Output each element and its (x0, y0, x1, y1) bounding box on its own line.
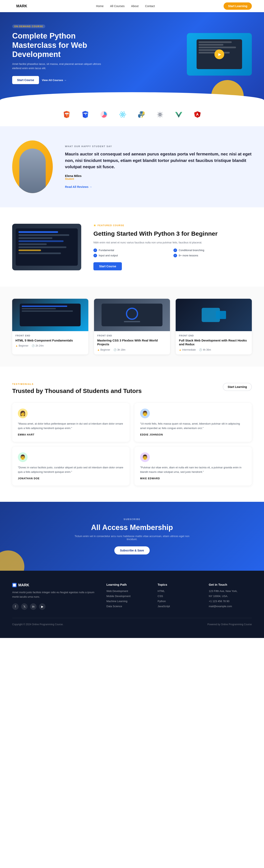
footer-logo: MARK (12, 583, 98, 587)
footer-link-css[interactable]: CSS (158, 595, 201, 598)
testimonials-badge: TESTIMONIALS (12, 383, 142, 385)
nav-all-courses[interactable]: All Courses (110, 4, 125, 8)
testimonials-start-learning-button[interactable]: Start Learning (223, 383, 252, 391)
course-duration-0: 🕐 2h 24m (32, 344, 44, 347)
avatar-mike: 👨 (140, 452, 150, 462)
youtube-icon[interactable]: ▶ (39, 603, 46, 610)
avatar-emma: 👩 (18, 409, 28, 418)
react-icon (118, 110, 127, 119)
footer-description: Amet morbi justo facilisis integer odio … (12, 590, 98, 599)
tg-card-text-0: "Massa amet, at dolor tellus pellentesqu… (18, 422, 124, 430)
footer: MARK Amet morbi justo facilisis integer … (0, 571, 264, 638)
level-icon-2: ▲ (179, 348, 181, 351)
hero-image (187, 33, 252, 75)
course-body-2: FRONT END Full Stack Web Development wit… (176, 331, 252, 354)
feature-input: ✓ Input and output (94, 254, 172, 257)
tg-card-header-0: 👩 (18, 409, 124, 418)
featured-badge: ★ FEATURED COURSE (94, 224, 124, 227)
course-name-2: Full Stack Web Development with React Ho… (179, 338, 248, 346)
angular-icon (193, 110, 202, 119)
level-icon-0: ▲ (16, 344, 18, 347)
hero-description: Amet facilisi phasellus lacus, sit massa… (12, 62, 102, 70)
featured-course-info: ★ FEATURED COURSE Getting Started With P… (94, 223, 252, 270)
hero-view-all-button[interactable]: View All Courses → (42, 79, 67, 82)
nav-contact[interactable]: Contact (145, 4, 155, 8)
footer-contact: Get in Touch 123 Fifth Ave, New York, NY… (209, 583, 252, 610)
footer-link-python[interactable]: Python (158, 600, 201, 603)
course-duration-1: 🕐 3h 18m (113, 348, 126, 351)
testimonials-grid: 👩 "Massa amet, at dolor tellus pellentes… (12, 403, 252, 486)
nav-cta-button[interactable]: Start Learning (223, 2, 252, 10)
facebook-icon[interactable]: f (12, 603, 19, 610)
check-icon: ✓ (94, 248, 97, 252)
testimonials-title: Trusted by Thousand of Students and Tuto… (12, 387, 142, 395)
hero-play-button[interactable] (214, 50, 224, 59)
footer-socials: f 𝕏 in ▶ (12, 603, 98, 610)
svg-point-14 (140, 113, 141, 113)
learning-path-list: Web Development Mobile Development Machi… (106, 590, 150, 608)
nav-about[interactable]: About (131, 4, 139, 8)
course-name-0: HTML 5 Web Component Fundamentals (16, 338, 85, 342)
footer-brand: MARK Amet morbi justo facilisis integer … (12, 583, 98, 610)
footer-address-line1: 123 Fifth Ave, New York, (209, 590, 252, 593)
feature-conditional: ✓ Conditional branching (174, 248, 252, 252)
nav-home[interactable]: Home (96, 4, 104, 8)
svg-point-15 (142, 116, 143, 117)
level-icon-1: ▲ (97, 348, 100, 351)
featured-description: Nibh enim nisl amet et nunc varius fauci… (94, 240, 252, 245)
courses-grid: FRONT END HTML 5 Web Component Fundament… (12, 299, 252, 354)
svg-point-10 (122, 114, 123, 115)
svg-rect-0 (12, 4, 15, 7)
footer-logo-icon (12, 583, 17, 587)
tg-card-text-1: "Ut morbi felis, felis massa quam sit ma… (140, 422, 246, 430)
hero-start-course-button[interactable]: Start Course (12, 76, 39, 84)
footer-phone: +1 123 456 78 90 (209, 600, 252, 603)
check-icon-3: ✓ (94, 254, 97, 257)
topics-list: HTML CSS Python JavaScript (158, 590, 201, 608)
footer-email[interactable]: mail@example.com (209, 605, 252, 608)
course-card-0: FRONT END HTML 5 Web Component Fundament… (12, 299, 88, 354)
tg-card-header-1: 👨 (140, 409, 246, 418)
testimonial-section: WHAT OUR HAPPY STUDENT SAY Mauris auctor… (0, 126, 264, 207)
svg-rect-25 (13, 584, 16, 587)
read-all-reviews-link[interactable]: Read All Reviews → (65, 185, 92, 188)
logo-icon (12, 4, 15, 8)
testimonial-author: Elena Miles (65, 174, 252, 178)
featured-course-image (12, 224, 81, 270)
course-type-0: FRONT END (16, 334, 85, 337)
css3-icon (81, 110, 90, 119)
footer-link-web-dev[interactable]: Web Development (106, 590, 150, 593)
svg-marker-6 (85, 111, 88, 118)
course-body-0: FRONT END HTML 5 Web Component Fundament… (12, 331, 88, 351)
testimonial-card-0: 👩 "Massa amet, at dolor tellus pellentes… (12, 403, 130, 442)
footer-link-html[interactable]: HTML (158, 590, 201, 593)
footer-link-data-science[interactable]: Data Science (106, 605, 150, 608)
tg-author-0: EMMA HART (18, 433, 124, 436)
tg-author-2: JONATHAN DOE (18, 477, 124, 480)
hero-image-wrap (102, 33, 252, 75)
course-level-0: ▲ Beginner (16, 344, 28, 347)
testimonials-header: TESTIMONIALS Trusted by Thousand of Stud… (12, 383, 252, 395)
feature-fundamental: ✓ Fundamental (94, 248, 172, 252)
tg-author-3: MIKE EDWARD (140, 477, 246, 480)
python-icon (137, 110, 146, 119)
footer-link-javascript[interactable]: JavaScript (158, 605, 201, 608)
tg-card-text-2: "Donec in varius facilisis justo, curabi… (18, 465, 124, 474)
course-card-2: FRONT END Full Stack Web Development wit… (176, 299, 252, 354)
featured-start-course-button[interactable]: Start Course (94, 262, 122, 270)
settings-icon (156, 110, 164, 119)
check-icon-4: ✓ (174, 254, 177, 257)
footer-link-machine-learning[interactable]: Machine Learning (106, 600, 150, 603)
course-thumb-0 (12, 299, 88, 331)
footer-bottom: Copyright © 2024 Online Programming Cour… (12, 618, 252, 626)
tg-card-header-3: 👨 (140, 452, 246, 462)
twitter-icon[interactable]: 𝕏 (21, 603, 28, 610)
testimonial-role: Student (65, 178, 252, 180)
subscribe-button[interactable]: Subscribe & Save (114, 547, 150, 555)
svg-marker-2 (67, 111, 70, 118)
instagram-icon[interactable]: in (30, 603, 36, 610)
vuejs-icon (174, 110, 183, 119)
course-level-2: ▲ Intermediate (179, 348, 196, 351)
hero-section: ON-DEMAND COURSE Complete Python Masterc… (0, 12, 264, 100)
footer-link-mobile-dev[interactable]: Mobile Development (106, 595, 150, 598)
